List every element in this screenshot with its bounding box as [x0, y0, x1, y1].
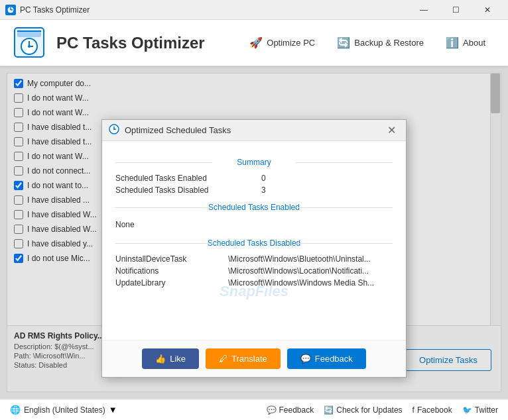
twitter-label: Twitter: [475, 405, 498, 415]
maximize-button[interactable]: ☐: [440, 0, 471, 20]
disabled-task-name: UpdateLibrary: [115, 278, 222, 288]
disabled-task-path: \Microsoft\Windows\Windows Media Sh...: [228, 278, 374, 288]
translate-icon: 🖊: [219, 354, 227, 364]
facebook-link[interactable]: f Facebook: [413, 405, 452, 415]
modal-overlay: Optimized Scheduled Tasks ✕ Summary Sche…: [0, 66, 508, 399]
disabled-tasks-list: UninstallDeviceTask\Microsoft\Windows\Bl…: [115, 253, 393, 289]
title-bar-text: PC Tasks Optimizer: [20, 5, 409, 15]
about-button[interactable]: ℹ️ About: [436, 31, 495, 54]
twitter-link[interactable]: 🐦 Twitter: [462, 405, 498, 415]
modal-titlebar: Optimized Scheduled Tasks ✕: [102, 120, 406, 141]
check-updates-icon: 🔄: [324, 405, 334, 415]
optimize-pc-button[interactable]: 🚀 Optimize PC: [240, 31, 324, 54]
feedback-label: Feedback: [315, 354, 353, 364]
disabled-task-name: UninstallDeviceTask: [115, 254, 222, 264]
title-bar-controls: — ☐ ✕: [409, 0, 503, 20]
disabled-task-row: UninstallDeviceTask\Microsoft\Windows\Bl…: [115, 253, 393, 265]
modal-close-button[interactable]: ✕: [383, 123, 399, 138]
modal-footer: 👍 Like 🖊 Translate 💬 Feedback: [102, 340, 406, 377]
disabled-task-path: \Microsoft\Windows\Location\Notificati..…: [228, 266, 369, 276]
feedback-button[interactable]: 💬 Feedback: [287, 348, 366, 369]
like-button[interactable]: 👍 Like: [142, 348, 199, 369]
modal-title-icon: [109, 124, 119, 136]
summary-enabled-val: 0: [261, 174, 266, 183]
like-label: Like: [170, 354, 186, 364]
header-buttons: 🚀 Optimize PC 🔄 Backup & Restore ℹ️ Abou…: [240, 31, 495, 54]
check-updates-label: Check for Updates: [336, 405, 402, 415]
summary-row-enabled: Scheduled Tasks Enabled 0: [115, 172, 393, 184]
svg-rect-6: [17, 30, 41, 32]
title-bar: PC Tasks Optimizer — ☐ ✕: [0, 0, 508, 20]
enabled-section-label: Scheduled Tasks Enabled: [115, 203, 393, 212]
optimize-pc-label: Optimize PC: [267, 38, 315, 48]
globe-icon: 🌐: [10, 405, 21, 415]
summary-disabled-key: Scheduled Tasks Disabled: [115, 185, 261, 195]
enabled-section-content: None: [115, 217, 393, 232]
check-updates-link[interactable]: 🔄 Check for Updates: [324, 405, 402, 415]
modal-dialog: Optimized Scheduled Tasks ✕ Summary Sche…: [101, 119, 407, 378]
svg-point-14: [113, 129, 115, 130]
translate-button[interactable]: 🖊 Translate: [206, 348, 281, 369]
dropdown-icon: ▼: [109, 405, 117, 415]
backup-icon: 🔄: [337, 36, 350, 49]
main-content: My computer do...I do not want W...I do …: [0, 66, 508, 399]
disabled-task-name: Notifications: [115, 266, 222, 276]
bottom-feedback-label: Feedback: [279, 405, 314, 415]
disabled-task-path: \Microsoft\Windows\Bluetooth\Uninstal...: [228, 254, 371, 264]
feedback-icon: 💬: [300, 354, 311, 364]
bottom-bar: 🌐 English (United States) ▼ 💬 Feedback 🔄…: [0, 399, 508, 420]
summary-section-label: Summary: [115, 158, 393, 167]
rocket-icon: 🚀: [249, 36, 263, 49]
summary-row-disabled: Scheduled Tasks Disabled 3: [115, 184, 393, 196]
facebook-label: Facebook: [417, 405, 452, 415]
summary-table: Scheduled Tasks Enabled 0 Scheduled Task…: [115, 172, 393, 196]
summary-enabled-key: Scheduled Tasks Enabled: [115, 174, 261, 183]
info-icon: ℹ️: [446, 36, 459, 49]
translate-label: Translate: [231, 354, 267, 364]
about-label: About: [463, 38, 485, 48]
modal-body: Summary Scheduled Tasks Enabled 0 Schedu…: [102, 141, 406, 340]
app-icon: [5, 5, 16, 15]
app-logo: [13, 26, 46, 60]
minimize-button[interactable]: —: [409, 0, 439, 20]
like-icon: 👍: [155, 354, 166, 364]
feedback-bottom-icon: 💬: [267, 405, 277, 415]
disabled-task-row: UpdateLibrary\Microsoft\Windows\Windows …: [115, 277, 393, 289]
summary-disabled-val: 3: [261, 185, 266, 195]
bottom-feedback-link[interactable]: 💬 Feedback: [267, 405, 314, 415]
modal-title-text: Optimized Scheduled Tasks: [125, 125, 378, 135]
close-button[interactable]: ✕: [472, 0, 503, 20]
bottom-left: 🌐 English (United States) ▼: [10, 405, 117, 415]
svg-point-10: [28, 45, 31, 48]
app-title: PC Tasks Optimizer: [56, 34, 240, 52]
language-selector[interactable]: English (United States): [24, 405, 105, 415]
bottom-right: 💬 Feedback 🔄 Check for Updates f Faceboo…: [267, 405, 498, 415]
facebook-icon: f: [413, 405, 414, 415]
twitter-icon: 🐦: [462, 405, 472, 415]
backup-restore-button[interactable]: 🔄 Backup & Restore: [328, 31, 433, 54]
disabled-section-label: Scheduled Tasks Disabled: [115, 238, 393, 248]
disabled-task-row: Notifications\Microsoft\Windows\Location…: [115, 265, 393, 277]
app-header: PC Tasks Optimizer 🚀 Optimize PC 🔄 Backu…: [0, 20, 508, 66]
backup-restore-label: Backup & Restore: [354, 38, 424, 48]
